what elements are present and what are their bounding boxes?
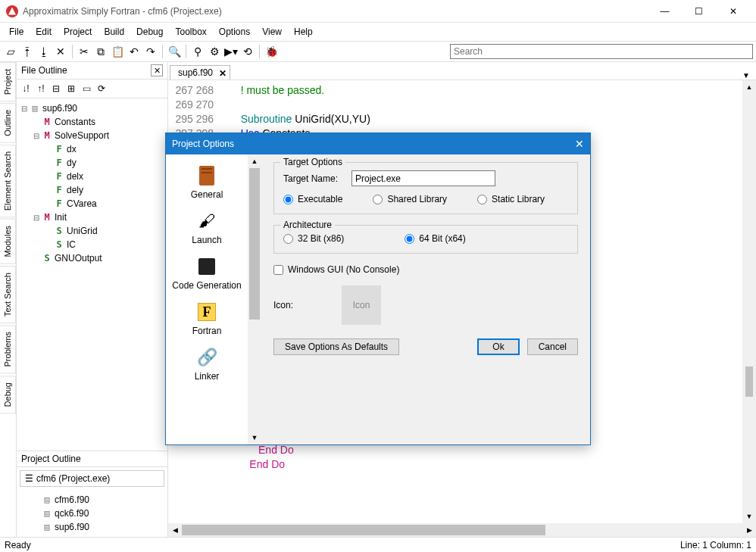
radio-input[interactable] [283, 195, 293, 204]
clean-icon[interactable]: ⚲ [190, 44, 205, 59]
delete-icon[interactable]: ✕ [53, 44, 68, 59]
tree-item[interactable]: FCVarea [20, 197, 164, 211]
scroll-down-icon[interactable]: ▼ [742, 510, 756, 523]
open-icon[interactable]: ⭱ [20, 44, 35, 59]
scroll-thumb[interactable] [745, 366, 753, 397]
filter-icon[interactable]: ▭ [80, 82, 93, 95]
tab-dropdown-icon[interactable]: ▼ [736, 71, 756, 80]
copy-icon[interactable]: ⧉ [93, 44, 108, 59]
horizontal-scrollbar[interactable]: ◀ ▶ [168, 523, 756, 537]
target-type-static-library[interactable]: Static Library [477, 194, 545, 204]
tree-item[interactable]: Fdelx [20, 170, 164, 183]
stop-icon[interactable]: ⟲ [240, 44, 255, 59]
radio-input[interactable] [405, 234, 414, 244]
bug-icon[interactable]: 🐞 [264, 44, 279, 59]
close-button[interactable]: ✕ [716, 0, 750, 23]
tree-item[interactable]: Fdy [20, 156, 164, 170]
tree-item[interactable]: SIC [20, 238, 164, 251]
icon-well[interactable]: Icon [342, 285, 381, 325]
menu-build[interactable]: Build [98, 25, 130, 39]
arch-32-bit-x86-[interactable]: 32 Bit (x86) [283, 233, 344, 244]
minimize-button[interactable]: — [648, 0, 682, 23]
save-icon[interactable]: ⭳ [36, 44, 52, 59]
radio-input[interactable] [283, 234, 293, 244]
nav-launch[interactable]: 🖌Launch [189, 207, 224, 248]
gear-icon[interactable]: ⚙ [207, 44, 222, 59]
file-outline-tree[interactable]: ⊟▤sup6.f90MConstants⊟MSolveSupportFdxFdy… [17, 98, 167, 451]
save-defaults-button[interactable]: Save Options As Defaults [273, 338, 399, 355]
vtab-element-search[interactable]: Element Search [0, 145, 16, 217]
menu-options[interactable]: Options [213, 25, 256, 39]
radio-input[interactable] [373, 195, 383, 204]
scroll-left-icon[interactable]: ◀ [168, 523, 182, 537]
scroll-thumb[interactable] [249, 168, 260, 320]
tree-item[interactable]: Fdely [20, 183, 164, 197]
windows-gui-checkbox[interactable] [273, 265, 283, 275]
target-name-input[interactable] [351, 170, 495, 186]
scroll-thumb[interactable] [182, 525, 545, 535]
radio-label: 64 Bit (x64) [419, 233, 465, 244]
menu-edit[interactable]: Edit [30, 25, 58, 39]
scroll-right-icon[interactable]: ▶ [742, 523, 756, 537]
project-options-dialog: Project Options ✕ General🖌LaunchCode Gen… [165, 133, 591, 445]
tree-item[interactable]: MConstants [20, 115, 164, 129]
nav-linker[interactable]: 🔗Linker [192, 344, 223, 385]
paste-icon[interactable]: 📋 [110, 44, 125, 59]
tree-item[interactable]: ⊟MSolveSupport [20, 129, 164, 142]
refresh-icon[interactable]: ⟳ [95, 82, 108, 95]
radio-input[interactable] [477, 195, 487, 204]
tree-item[interactable]: SGNUOutput [20, 251, 164, 265]
menu-help[interactable]: Help [288, 25, 319, 39]
new-icon[interactable]: ▱ [3, 44, 18, 59]
expand-icon[interactable]: ⊞ [64, 82, 78, 95]
menu-view[interactable]: View [256, 25, 288, 39]
sort-asc-icon[interactable]: ↓! [19, 82, 33, 95]
dialog-close-icon[interactable]: ✕ [575, 138, 584, 150]
target-type-executable[interactable]: Executable [283, 194, 342, 204]
sort-desc-icon[interactable]: ↑! [34, 82, 48, 95]
vtab-debug[interactable]: Debug [0, 376, 16, 413]
file-tab[interactable]: sup6.f90 ✕ [170, 65, 230, 80]
nav-fortran[interactable]: FFortran [189, 298, 225, 339]
run-icon[interactable]: ▶▾ [223, 44, 239, 59]
project-file[interactable]: ▤qck6.f90 [20, 507, 164, 520]
project-file[interactable]: ▤cfm6.f90 [20, 493, 164, 507]
project-row[interactable]: ☰ cfm6 (Project.exe) [20, 470, 164, 487]
vtab-problems[interactable]: Problems [0, 325, 16, 373]
vtab-outline[interactable]: Outline [0, 103, 16, 143]
menu-debug[interactable]: Debug [130, 25, 169, 39]
scroll-down-icon[interactable]: ▼ [248, 431, 261, 444]
dialog-nav-scrollbar[interactable]: ▲ ▼ [248, 154, 261, 444]
redo-icon[interactable]: ↷ [143, 44, 158, 59]
close-tab-icon[interactable]: ✕ [219, 68, 226, 79]
search-input[interactable] [450, 44, 753, 59]
arch-64-bit-x64-[interactable]: 64 Bit (x64) [405, 233, 465, 244]
project-file[interactable]: ▤sup6.f90 [20, 520, 164, 534]
tree-item[interactable]: SUniGrid [20, 224, 164, 238]
tree-item[interactable]: ⊟MInit [20, 211, 164, 224]
dialog-titlebar[interactable]: Project Options ✕ [166, 133, 590, 154]
vtab-project[interactable]: Project [0, 62, 16, 101]
cancel-button[interactable]: Cancel [527, 338, 578, 355]
vtab-modules[interactable]: Modules [0, 219, 16, 264]
close-icon[interactable]: ✕ [151, 64, 163, 76]
scroll-up-icon[interactable]: ▲ [742, 80, 756, 94]
menu-file[interactable]: File [3, 25, 30, 39]
vtab-text-search[interactable]: Text Search [0, 266, 16, 323]
menu-toolbox[interactable]: Toolbox [169, 25, 212, 39]
target-type-shared-library[interactable]: Shared Library [373, 194, 447, 204]
scroll-up-icon[interactable]: ▲ [248, 154, 261, 168]
menu-project[interactable]: Project [58, 25, 98, 39]
nav-general[interactable]: General [188, 162, 226, 203]
tree-item[interactable]: ⊟▤sup6.f90 [20, 101, 164, 115]
nav-code-generation[interactable]: Code Generation [169, 253, 244, 294]
ok-button[interactable]: Ok [477, 338, 519, 355]
tree-item[interactable]: Fdx [20, 142, 164, 156]
project-tree[interactable]: ▤cfm6.f90▤qck6.f90▤sup6.f90 [17, 490, 167, 537]
cut-icon[interactable]: ✂ [77, 44, 92, 59]
vertical-scrollbar[interactable]: ▲ ▼ [742, 80, 756, 523]
collapse-icon[interactable]: ⊟ [49, 82, 63, 95]
search-icon[interactable]: 🔍 [167, 44, 182, 59]
undo-icon[interactable]: ↶ [127, 44, 142, 59]
maximize-button[interactable]: ☐ [682, 0, 716, 23]
